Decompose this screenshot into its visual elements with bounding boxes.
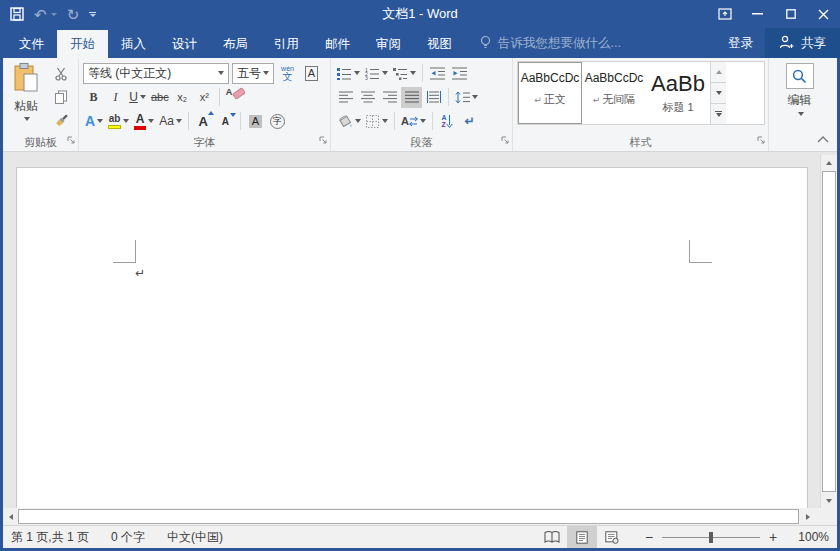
shrink-font-button[interactable]: A bbox=[215, 111, 236, 132]
vertical-scrollbar[interactable] bbox=[820, 155, 837, 508]
tab-view[interactable]: 视图 bbox=[414, 30, 465, 58]
scroll-right-icon[interactable] bbox=[800, 508, 815, 525]
enclose-characters-button[interactable]: 字 bbox=[267, 111, 288, 132]
align-right-button[interactable] bbox=[379, 87, 400, 108]
tell-me-box[interactable]: 告诉我您想要做什么... bbox=[479, 28, 621, 58]
font-dialog-launcher-icon[interactable] bbox=[319, 131, 328, 149]
word-count[interactable]: 0 个字 bbox=[111, 529, 145, 546]
collapse-ribbon-icon[interactable] bbox=[817, 129, 829, 147]
font-size-combo[interactable]: 五号 bbox=[232, 63, 274, 84]
styles-scroll-up-icon[interactable] bbox=[711, 62, 726, 83]
font-name-combo[interactable]: 等线 (中文正文) bbox=[83, 63, 229, 84]
ribbon-display-options-icon[interactable] bbox=[708, 0, 741, 28]
paragraph-dialog-launcher-icon[interactable] bbox=[501, 131, 510, 149]
borders-button[interactable] bbox=[364, 111, 390, 132]
show-hide-marks-button[interactable]: ↵ bbox=[459, 111, 480, 132]
align-center-button[interactable] bbox=[357, 87, 378, 108]
grow-font-button[interactable]: A bbox=[193, 111, 214, 132]
styles-more-icon[interactable] bbox=[711, 104, 726, 124]
styles-dialog-launcher-icon[interactable] bbox=[757, 131, 766, 149]
print-layout-icon bbox=[576, 531, 588, 544]
style-normal[interactable]: AaBbCcDc ↵正文 bbox=[518, 62, 582, 124]
language-indicator[interactable]: 中文(中国) bbox=[167, 529, 223, 546]
character-shading-button[interactable]: A bbox=[245, 111, 266, 132]
web-layout-button[interactable] bbox=[597, 526, 627, 548]
tab-layout[interactable]: 布局 bbox=[210, 30, 261, 58]
cut-button[interactable] bbox=[49, 64, 73, 84]
strikethrough-button[interactable]: abc bbox=[149, 87, 171, 108]
horizontal-scrollbar[interactable] bbox=[3, 508, 837, 525]
horizontal-scrollbar-thumb[interactable] bbox=[18, 509, 799, 524]
sort-button[interactable]: A Z bbox=[437, 111, 458, 132]
zoom-out-button[interactable]: − bbox=[641, 529, 657, 545]
scroll-up-icon[interactable] bbox=[821, 155, 837, 170]
numbering-button[interactable]: 123 bbox=[363, 63, 390, 84]
zoom-slider-handle[interactable] bbox=[709, 532, 713, 543]
line-spacing-button[interactable] bbox=[453, 87, 480, 108]
format-painter-button[interactable] bbox=[49, 110, 73, 130]
tab-design[interactable]: 设计 bbox=[159, 30, 210, 58]
shading-button[interactable] bbox=[335, 111, 363, 132]
zoom-in-button[interactable]: + bbox=[765, 529, 781, 545]
asian-layout-button[interactable]: A bbox=[399, 111, 428, 132]
superscript-button[interactable]: x² bbox=[194, 87, 215, 108]
justify-icon bbox=[405, 91, 419, 103]
crop-mark-top-left bbox=[113, 240, 136, 263]
italic-button[interactable]: I bbox=[105, 87, 126, 108]
print-layout-button[interactable] bbox=[567, 526, 597, 548]
undo-icon[interactable]: ↶ bbox=[34, 7, 57, 22]
bullets-button[interactable] bbox=[335, 63, 362, 84]
group-font: 等线 (中文正文) 五号 wén 文 A B I U bbox=[79, 58, 331, 151]
tab-mailings[interactable]: 邮件 bbox=[312, 30, 363, 58]
copy-button[interactable] bbox=[49, 87, 73, 107]
maximize-button[interactable] bbox=[774, 0, 807, 28]
highlight-color-button[interactable]: ab bbox=[106, 111, 131, 132]
paste-button[interactable]: 粘贴 bbox=[7, 61, 45, 130]
underline-button[interactable]: U bbox=[127, 87, 148, 108]
tab-home[interactable]: 开始 bbox=[57, 30, 108, 58]
multilevel-list-button[interactable] bbox=[391, 63, 418, 84]
scroll-left-icon[interactable] bbox=[3, 508, 18, 525]
clear-formatting-button[interactable]: A bbox=[224, 87, 248, 108]
style-heading1[interactable]: AaBb 标题 1 bbox=[646, 62, 710, 124]
increase-indent-button[interactable] bbox=[449, 63, 470, 84]
minimize-button[interactable] bbox=[741, 0, 774, 28]
close-button[interactable] bbox=[807, 0, 840, 28]
find-button[interactable] bbox=[786, 63, 814, 89]
align-left-icon bbox=[339, 91, 353, 103]
change-case-button[interactable]: Aa bbox=[157, 111, 184, 132]
customize-qat-icon[interactable] bbox=[89, 12, 96, 17]
sign-in-link[interactable]: 登录 bbox=[716, 28, 765, 58]
scroll-down-icon[interactable] bbox=[821, 493, 837, 508]
paste-dropdown-icon[interactable] bbox=[24, 117, 30, 121]
styles-scroll-down-icon[interactable] bbox=[711, 83, 726, 104]
save-icon[interactable] bbox=[10, 7, 24, 21]
tab-insert[interactable]: 插入 bbox=[108, 30, 159, 58]
document-area[interactable]: ↵ bbox=[3, 152, 837, 508]
font-color-button[interactable]: A bbox=[132, 111, 156, 132]
page-indicator[interactable]: 第 1 页,共 1 页 bbox=[11, 529, 89, 546]
style-no-spacing[interactable]: AaBbCcDc ↵无间隔 bbox=[582, 62, 646, 124]
editing-menu-button[interactable]: 编辑 bbox=[773, 61, 826, 116]
document-page[interactable]: ↵ bbox=[16, 167, 808, 508]
phonetic-guide-button[interactable]: wén 文 bbox=[277, 63, 298, 84]
read-mode-button[interactable] bbox=[537, 526, 567, 548]
align-left-button[interactable] bbox=[335, 87, 356, 108]
decrease-indent-button[interactable] bbox=[427, 63, 448, 84]
share-button[interactable]: 共享 bbox=[765, 28, 840, 58]
tab-references[interactable]: 引用 bbox=[261, 30, 312, 58]
tab-file[interactable]: 文件 bbox=[6, 30, 57, 58]
clipboard-dialog-launcher-icon[interactable] bbox=[67, 131, 76, 149]
subscript-button[interactable]: x₂ bbox=[172, 87, 193, 108]
vertical-scrollbar-thumb[interactable] bbox=[822, 171, 836, 492]
share-person-icon bbox=[779, 35, 795, 52]
character-border-button[interactable]: A bbox=[301, 63, 322, 84]
redo-icon[interactable]: ↻ bbox=[67, 7, 80, 22]
text-effects-button[interactable]: A bbox=[83, 111, 105, 132]
justify-button[interactable] bbox=[401, 87, 422, 108]
bold-button[interactable]: B bbox=[83, 87, 104, 108]
distributed-button[interactable] bbox=[423, 87, 444, 108]
zoom-slider[interactable] bbox=[662, 537, 760, 538]
zoom-level[interactable]: 100% bbox=[787, 530, 829, 544]
tab-review[interactable]: 审阅 bbox=[363, 30, 414, 58]
